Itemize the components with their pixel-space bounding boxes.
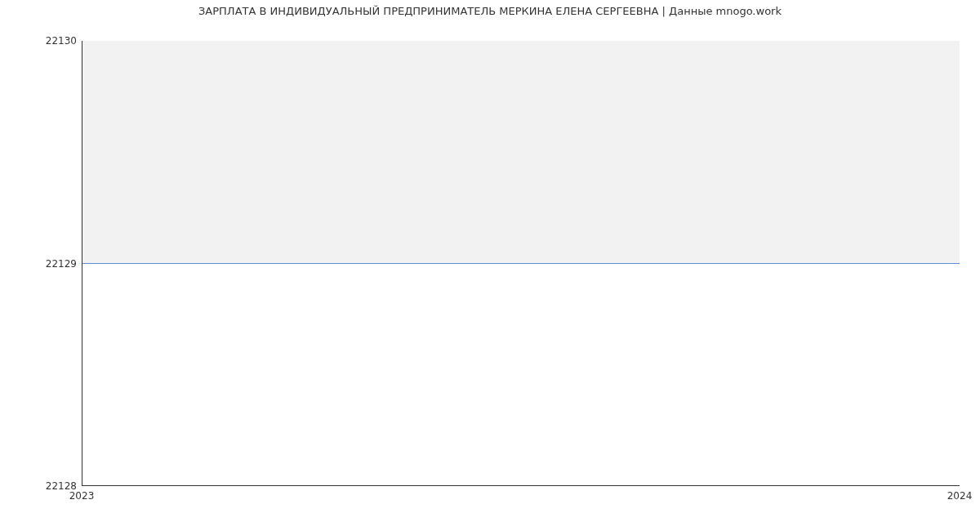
- plot-area: [82, 41, 960, 486]
- y-axis-spine: [82, 41, 82, 486]
- data-line: [82, 263, 960, 264]
- x-tick-label: 2024: [947, 490, 973, 502]
- x-tick-label: 2023: [69, 490, 95, 502]
- chart-title: ЗАРПЛАТА В ИНДИВИДУАЛЬНЫЙ ПРЕДПРИНИМАТЕЛ…: [0, 5, 980, 17]
- area-fill: [82, 41, 960, 264]
- y-tick-label: 22129: [46, 258, 77, 270]
- y-tick-label: 22130: [46, 35, 77, 47]
- x-axis-spine: [82, 485, 960, 486]
- chart-figure: ЗАРПЛАТА В ИНДИВИДУАЛЬНЫЙ ПРЕДПРИНИМАТЕЛ…: [0, 0, 980, 531]
